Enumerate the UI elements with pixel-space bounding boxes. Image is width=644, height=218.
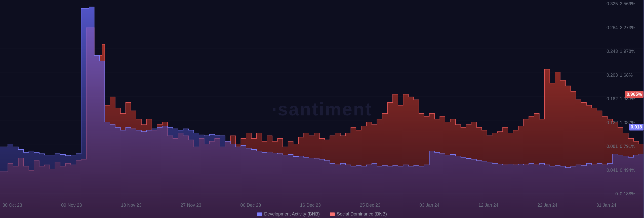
x-tick-4: 06 Dec 23	[240, 203, 261, 208]
legend-label-social: Social Dominance (BNB)	[337, 211, 387, 217]
y-left-tick-7: 0.284	[602, 25, 618, 30]
y-left-tick-8: 0.325	[602, 1, 618, 7]
x-tick-7: 03 Jan 24	[420, 203, 439, 208]
x-tick-6: 25 Dec 23	[360, 203, 380, 208]
y-right-tick-7: 2.273%	[620, 25, 643, 30]
x-tick-5: 16 Dec 23	[300, 203, 321, 208]
y-right-tick-2: 0.791%	[620, 144, 643, 149]
y-right-tick-0: 0.188%	[620, 191, 643, 197]
y-axis-left: 0 0.041 0.081 0.122 0.162 0.203 0.243 0.…	[601, 0, 619, 198]
legend-color-social	[330, 212, 335, 216]
y-left-tick-6: 0.243	[602, 49, 618, 54]
legend-item-social: Social Dominance (BNB)	[330, 211, 387, 217]
x-axis: 30 Oct 23 09 Nov 23 18 Nov 23 27 Nov 23 …	[0, 203, 619, 208]
chart-svg	[0, 0, 644, 218]
x-tick-0: 30 Oct 23	[3, 203, 22, 208]
legend-label-dev: Development Activity (BNB)	[264, 211, 320, 217]
x-tick-3: 27 Nov 23	[181, 203, 201, 208]
y-right-tick-1: 0.494%	[620, 168, 643, 173]
price-label-red: 0.965%	[625, 91, 643, 98]
y-left-tick-5: 0.203	[602, 73, 618, 78]
x-tick-9: 22 Jan 24	[537, 203, 557, 208]
y-left-tick-0: 0	[602, 191, 618, 197]
legend-item-dev: Development Activity (BNB)	[257, 211, 320, 217]
legend-color-dev	[257, 212, 262, 216]
y-left-tick-1: 0.041	[602, 168, 618, 173]
x-tick-2: 18 Nov 23	[121, 203, 142, 208]
legend: Development Activity (BNB) Social Domina…	[257, 211, 387, 217]
price-label-blue: 0.018	[629, 124, 643, 130]
chart-container: ·santiment 0 0.041 0.081 0.122 0.162 0.2…	[0, 0, 644, 218]
y-axis-right: 0.188% 0.494% 0.791% 1.087% 1.383% 1.68%…	[619, 0, 644, 198]
x-tick-8: 12 Jan 24	[478, 203, 498, 208]
y-left-tick-2: 0.081	[602, 144, 618, 149]
y-left-tick-4: 0.162	[602, 96, 618, 102]
y-right-tick-8: 2.569%	[620, 1, 643, 7]
y-right-tick-5: 1.68%	[620, 73, 643, 78]
x-tick-10: 31 Jan 24	[596, 203, 616, 208]
y-right-tick-6: 1.978%	[620, 49, 643, 54]
x-tick-1: 09 Nov 23	[61, 203, 82, 208]
y-left-tick-3: 0.122	[602, 120, 618, 125]
